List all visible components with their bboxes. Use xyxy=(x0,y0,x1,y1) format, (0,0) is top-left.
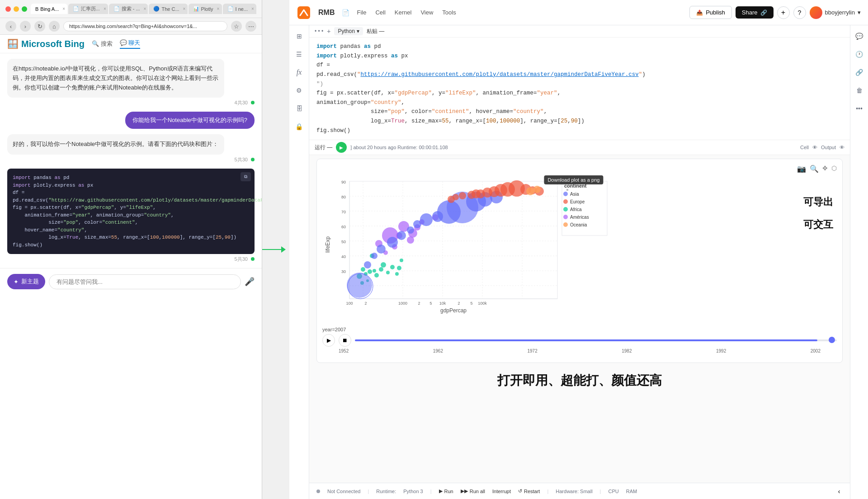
menu-view[interactable]: View xyxy=(420,9,433,16)
svg-point-104 xyxy=(563,222,568,227)
cpu-label: CPU xyxy=(608,489,618,494)
back-button[interactable]: ‹ xyxy=(5,21,16,32)
menu-cell[interactable]: Cell xyxy=(375,9,385,16)
reload-button[interactable]: ↻ xyxy=(34,21,45,32)
pan-icon[interactable]: ✥ xyxy=(822,165,828,173)
collapse-sidebar-button[interactable]: ‹ xyxy=(835,488,843,495)
home-button[interactable]: ⌂ xyxy=(49,21,60,32)
zoom-icon[interactable]: 🔍 xyxy=(810,165,819,173)
status-run-button[interactable]: ▶ Run xyxy=(439,488,453,494)
stop-button[interactable]: ⏹ xyxy=(339,334,351,347)
svg-text:100: 100 xyxy=(346,301,353,306)
tab-plotly[interactable]: 📊 Plotly × xyxy=(189,4,222,14)
settings-button[interactable]: ⋯ xyxy=(245,21,256,32)
sidebar-lock-icon[interactable]: 🔒 xyxy=(292,119,307,134)
svg-rect-0 xyxy=(297,6,310,19)
bing-nav-search[interactable]: 🔍 搜索 xyxy=(92,40,113,48)
user-menu[interactable]: bboyjerrylin ▾ xyxy=(810,6,861,19)
notebook-actions: 📤 Publish Share 🔗 + ? bboyjerrylin ▾ xyxy=(689,6,861,19)
svg-point-77 xyxy=(459,192,466,199)
runtime-label: Runtime: xyxy=(376,489,396,494)
history-icon[interactable]: 🕐 xyxy=(852,47,867,61)
year-label: year=2007 xyxy=(322,327,837,332)
svg-point-46 xyxy=(395,272,399,276)
sidebar-grid-icon[interactable]: ⊞ xyxy=(292,29,307,43)
svg-point-65 xyxy=(397,231,406,240)
notebook-body: ⊞ ☰ fx ⚙ 🗄 🔒 • • • + Python ▾ 粘贴 — impor… xyxy=(289,25,868,499)
run-info: ] about 20 hours ago Runtime: 00:00:01.1… xyxy=(350,145,448,150)
svg-point-63 xyxy=(377,245,386,254)
close-button[interactable] xyxy=(5,6,11,12)
menu-file[interactable]: File xyxy=(357,9,366,16)
tab-history[interactable]: 📄 汇率历... × xyxy=(68,4,108,14)
output-visibility-icon[interactable]: 👁 xyxy=(840,145,844,150)
cell-toolbar: • • • + Python ▾ 粘贴 — xyxy=(309,25,850,38)
camera-icon[interactable]: 📷 xyxy=(797,165,806,173)
trash-icon[interactable]: 🗑 xyxy=(852,83,867,98)
add-button[interactable]: + xyxy=(777,6,790,19)
favorites-button[interactable]: ☆ xyxy=(231,21,242,32)
chat-area: 在https://noteable.io/中做可视化，你可以使用SQL、Pyth… xyxy=(0,53,262,268)
user-dropdown-icon: ▾ xyxy=(858,9,861,16)
svg-text:70: 70 xyxy=(341,210,346,214)
tab-thec[interactable]: 🔵 The C... × xyxy=(149,4,187,14)
sidebar-sliders-icon[interactable]: ⚙ xyxy=(292,83,307,98)
year-slider-handle[interactable] xyxy=(829,337,835,343)
help-button[interactable]: ? xyxy=(793,6,806,19)
interrupt-button[interactable]: Interrupt xyxy=(492,489,511,494)
svg-point-68 xyxy=(420,213,433,226)
tab-ine[interactable]: 📄 I ne... × xyxy=(223,4,256,14)
share-button[interactable]: Share 🔗 xyxy=(736,6,774,19)
more-icon[interactable]: ••• xyxy=(852,101,867,116)
tab-bar: B Bing A... × 📄 汇率历... × 📄 搜索 - ... × 🔵 … xyxy=(31,4,256,14)
mic-icon[interactable]: 🎤 xyxy=(245,277,255,287)
notebook-main: • • • + Python ▾ 粘贴 — import pandas as p… xyxy=(309,25,850,499)
noteable-logo xyxy=(297,5,311,20)
play-button[interactable]: ▶ xyxy=(322,334,335,347)
cell-visibility-icon[interactable]: 👁 xyxy=(812,145,817,150)
status-separator: | xyxy=(368,489,369,494)
comment-icon[interactable]: 💬 xyxy=(852,29,867,43)
copy-code-button[interactable]: ⧉ xyxy=(241,172,251,181)
cell-label: Cell xyxy=(800,145,809,150)
notebook-menu: File Cell Kernel View Tools xyxy=(357,9,456,16)
runtime-value: Python 3 xyxy=(403,489,423,494)
bing-nav-chat[interactable]: 💬 聊天 xyxy=(120,39,141,49)
chat-input[interactable] xyxy=(49,274,241,289)
code-cell[interactable]: import pandas as pd import plotly.expres… xyxy=(309,38,850,140)
status-run-all-button[interactable]: ▶▶ Run all xyxy=(461,488,485,494)
restart-button[interactable]: ↺ Restart xyxy=(518,488,540,494)
hardware-label: Hardware: Small xyxy=(556,489,592,494)
sidebar-fx-icon[interactable]: fx xyxy=(292,65,307,80)
arrow-head xyxy=(281,246,286,253)
forward-button[interactable]: › xyxy=(20,21,31,32)
address-input[interactable] xyxy=(63,21,227,31)
cell-toolbar-dots[interactable]: • • • xyxy=(315,28,323,34)
svg-text:90: 90 xyxy=(341,180,346,184)
svg-point-98 xyxy=(563,199,568,204)
download-tooltip: Download plot as a png xyxy=(544,175,603,184)
publish-button[interactable]: 📤 Publish xyxy=(689,6,732,19)
bing-nav: 🔍 搜索 💬 聊天 xyxy=(92,39,140,49)
minimize-button[interactable] xyxy=(14,6,19,12)
svg-point-102 xyxy=(563,215,568,219)
svg-point-91 xyxy=(526,187,534,195)
maximize-button[interactable] xyxy=(22,6,27,12)
svg-point-64 xyxy=(387,237,398,248)
menu-kernel[interactable]: Kernel xyxy=(395,9,412,16)
tab-search[interactable]: 📄 搜索 - ... × xyxy=(109,4,148,14)
menu-tools[interactable]: Tools xyxy=(442,9,456,16)
svg-point-39 xyxy=(374,273,379,278)
ai-message-2-text: 好的，我可以给你一个Noteable中做可视化的示例。请看下面的代码块和图片： xyxy=(7,134,224,155)
tab-bing[interactable]: B Bing A... × xyxy=(31,4,67,14)
export-icon[interactable]: ⬡ xyxy=(831,165,837,173)
language-selector[interactable]: Python ▾ xyxy=(334,27,363,35)
sidebar-list-icon[interactable]: ☰ xyxy=(292,47,307,61)
code-block: ⧉ import pandas as pd import plotly.expr… xyxy=(7,169,255,254)
new-topic-button[interactable]: ✦ 新主题 xyxy=(7,274,45,289)
run-cell-button[interactable]: ▶ xyxy=(336,142,347,153)
link-icon[interactable]: 🔗 xyxy=(852,65,867,80)
sidebar-database-icon[interactable]: 🗄 xyxy=(292,101,307,116)
python-label: Python xyxy=(338,28,354,34)
cell-toolbar-plus[interactable]: + xyxy=(327,28,330,35)
